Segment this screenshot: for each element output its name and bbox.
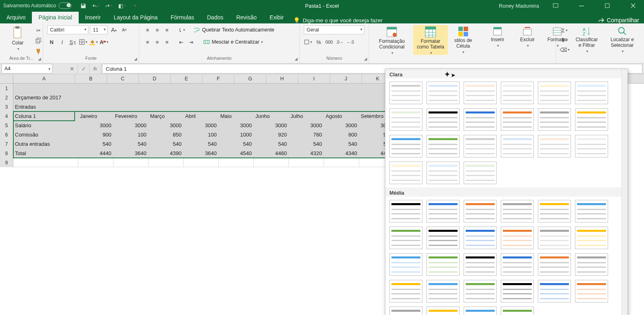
table-style-swatch[interactable]: [501, 200, 534, 223]
cell[interactable]: 3640: [184, 149, 219, 158]
row-header[interactable]: 8: [0, 149, 13, 158]
col-header[interactable]: H: [266, 74, 298, 83]
cell[interactable]: 800: [324, 130, 359, 139]
table-style-swatch[interactable]: [464, 253, 497, 276]
cell[interactable]: 900: [78, 130, 113, 139]
cell-styles-button[interactable]: stilos de Célula▾: [450, 25, 476, 54]
borders-icon[interactable]: ▾: [79, 38, 88, 46]
table-style-swatch[interactable]: [538, 82, 571, 104]
cell[interactable]: 3000: [184, 121, 219, 130]
table-style-swatch[interactable]: [427, 200, 460, 223]
cell[interactable]: Janeiro: [78, 111, 113, 121]
cell[interactable]: Coluna 1: [13, 111, 78, 121]
cell[interactable]: [113, 84, 148, 93]
align-middle-icon[interactable]: ≡: [153, 25, 162, 34]
table-style-swatch[interactable]: [464, 227, 497, 249]
cell[interactable]: 4390: [148, 149, 184, 158]
increase-indent-icon[interactable]: ⇥: [187, 38, 196, 46]
table-style-swatch[interactable]: [464, 135, 497, 158]
increase-font-icon[interactable]: A▴: [109, 25, 118, 34]
table-style-swatch[interactable]: [575, 135, 608, 158]
cell[interactable]: Total: [13, 149, 78, 158]
tell-me-search[interactable]: 💡 Diga-me o que você deseja fazer: [293, 17, 383, 23]
align-bottom-icon[interactable]: ≡: [163, 25, 171, 34]
cell[interactable]: 4340: [324, 149, 359, 158]
cell[interactable]: 3640: [113, 149, 148, 158]
table-style-swatch[interactable]: [427, 227, 460, 249]
cell[interactable]: 100: [184, 130, 219, 139]
sort-filter-button[interactable]: AZ Classificar e Filtrar▾: [571, 25, 602, 53]
cell[interactable]: Outra entradas: [13, 139, 78, 149]
col-header[interactable]: C: [107, 74, 139, 83]
table-style-swatch[interactable]: [464, 200, 497, 223]
cell[interactable]: Junho: [254, 111, 289, 121]
col-header[interactable]: E: [171, 74, 203, 83]
user-name[interactable]: Roney Madureira: [499, 3, 539, 9]
touch-mode-icon[interactable]: ◧▾: [118, 2, 125, 9]
cell[interactable]: [184, 158, 219, 167]
table-style-swatch[interactable]: [538, 108, 571, 131]
cell[interactable]: [13, 158, 78, 167]
cell[interactable]: 4540: [219, 149, 254, 158]
table-style-swatch[interactable]: [538, 200, 571, 223]
table-style-swatch[interactable]: [389, 307, 422, 315]
number-format-combo[interactable]: [304, 25, 364, 34]
delete-cells-button[interactable]: Excluir▾: [514, 25, 541, 48]
col-header[interactable]: B: [75, 74, 107, 83]
cell[interactable]: [254, 158, 289, 167]
cancel-formula-icon[interactable]: ✕: [66, 64, 78, 74]
cell[interactable]: [113, 102, 148, 111]
cell[interactable]: Agosto: [324, 111, 359, 121]
table-style-swatch[interactable]: [389, 135, 422, 158]
underline-icon[interactable]: S ▾: [68, 38, 77, 46]
tab-exibir[interactable]: Exibir: [263, 12, 290, 23]
table-style-swatch[interactable]: [389, 253, 422, 276]
cell[interactable]: [148, 93, 184, 102]
table-style-swatch[interactable]: [389, 82, 422, 104]
conditional-formatting-button[interactable]: Formatação Condicional▾: [373, 25, 411, 55]
col-header[interactable]: F: [203, 74, 234, 83]
cell[interactable]: 1000: [219, 130, 254, 139]
table-style-swatch[interactable]: [427, 162, 460, 184]
table-style-swatch[interactable]: [501, 135, 534, 158]
cell[interactable]: [78, 102, 113, 111]
cell[interactable]: 100: [113, 130, 148, 139]
font-name-combo[interactable]: [47, 25, 88, 34]
accounting-icon[interactable]: ▾: [304, 38, 313, 46]
table-style-swatch[interactable]: [464, 307, 497, 315]
merge-label[interactable]: Mesclar e Centralizar: [212, 39, 259, 45]
maximize-icon[interactable]: [598, 0, 617, 11]
format-as-table-button[interactable]: Formatar como Tabela▾: [413, 25, 448, 55]
cell[interactable]: Maio: [219, 111, 254, 121]
cell[interactable]: 540: [148, 139, 184, 149]
cell[interactable]: [289, 158, 324, 167]
undo-icon[interactable]: ▾: [92, 2, 100, 9]
table-style-swatch[interactable]: [501, 253, 534, 276]
cell[interactable]: [254, 102, 289, 111]
cell[interactable]: 540: [254, 139, 289, 149]
table-style-swatch[interactable]: [575, 82, 608, 104]
tab-pagina-inicial[interactable]: Página Inicial: [32, 12, 78, 23]
table-style-swatch[interactable]: [538, 280, 571, 302]
decrease-font-icon[interactable]: A▾: [120, 25, 129, 34]
cell[interactable]: 3000: [148, 121, 184, 130]
table-style-swatch[interactable]: [501, 227, 534, 249]
dialog-launcher-icon[interactable]: ◢: [134, 57, 137, 61]
table-style-swatch[interactable]: [575, 200, 608, 223]
table-style-swatch[interactable]: [501, 280, 534, 302]
font-size-combo[interactable]: [90, 25, 108, 34]
redo-icon[interactable]: ▾: [105, 2, 113, 9]
ribbon-options-icon[interactable]: [546, 0, 565, 11]
row-header[interactable]: 2: [0, 93, 13, 102]
cell[interactable]: [184, 93, 219, 102]
table-style-swatch[interactable]: [538, 135, 571, 158]
cell[interactable]: Orçamento de 2017: [13, 93, 78, 102]
merge-icon[interactable]: [202, 38, 211, 46]
minimize-icon[interactable]: [572, 0, 591, 11]
cell[interactable]: [254, 93, 289, 102]
cell[interactable]: 540: [78, 139, 113, 149]
row-header[interactable]: 3: [0, 102, 13, 111]
cell[interactable]: [13, 84, 78, 93]
table-style-swatch[interactable]: [575, 253, 608, 276]
cell[interactable]: [148, 158, 184, 167]
